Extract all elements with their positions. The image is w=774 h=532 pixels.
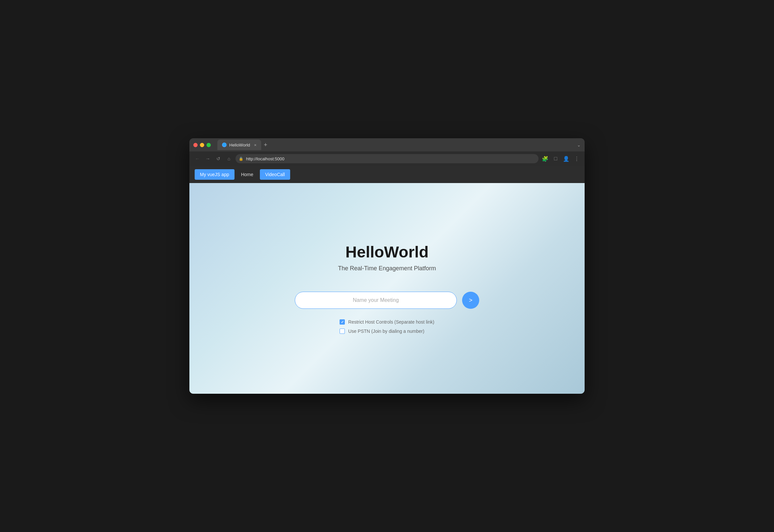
extensions-icon: 🧩 — [542, 156, 548, 162]
nav-videocall[interactable]: VideoCall — [260, 169, 290, 180]
home-icon: ⌂ — [227, 156, 230, 161]
meeting-input-row: > — [295, 292, 479, 309]
tab-title: HelloWorld — [229, 143, 250, 147]
traffic-light-maximize[interactable] — [206, 143, 211, 147]
favicon-icon: 🌐 — [222, 143, 227, 147]
nav-brand[interactable]: My vueJS app — [195, 169, 234, 180]
profile-button[interactable]: 👤 — [562, 155, 570, 163]
address-wrapper: 🔒 — [235, 154, 539, 163]
options-container: Restrict Host Controls (Separate host li… — [339, 319, 434, 334]
forward-arrow-icon: → — [205, 156, 210, 161]
use-pstn-checkbox[interactable] — [339, 329, 345, 334]
app-navbar: My vueJS app Home VideoCall — [189, 166, 585, 183]
extensions-button[interactable]: 🧩 — [541, 155, 549, 163]
use-pstn-label: Use PSTN (Join by dialing a number) — [348, 329, 424, 334]
browser-actions: 🧩 □ 👤 ⋮ — [541, 155, 581, 163]
back-button[interactable]: ← — [193, 155, 201, 163]
reload-icon: ↺ — [216, 156, 220, 161]
app-subtitle: The Real-Time Engagement Platform — [338, 265, 436, 272]
home-button[interactable]: ⌂ — [225, 155, 233, 163]
back-arrow-icon: ← — [195, 156, 200, 161]
go-button[interactable]: > — [462, 292, 479, 309]
restrict-host-checkbox[interactable] — [339, 319, 345, 325]
go-arrow-icon: > — [469, 297, 473, 304]
nav-home[interactable]: Home — [236, 169, 258, 180]
tab-bar: 🌐 HelloWorld × + — [217, 140, 574, 150]
tab-close-button[interactable]: × — [254, 143, 256, 147]
use-pstn-option[interactable]: Use PSTN (Join by dialing a number) — [339, 329, 424, 334]
reload-button[interactable]: ↺ — [214, 155, 222, 163]
browser-window: 🌐 HelloWorld × + ⌄ ← → ↺ ⌂ 🔒 🧩 — [189, 138, 585, 394]
profile-icon: 👤 — [563, 156, 570, 162]
new-tab-button[interactable]: + — [261, 142, 270, 148]
restrict-host-label: Restrict Host Controls (Separate host li… — [348, 319, 434, 325]
screenshot-icon: □ — [554, 156, 557, 162]
traffic-light-minimize[interactable] — [200, 143, 204, 147]
restrict-host-option[interactable]: Restrict Host Controls (Separate host li… — [339, 319, 434, 325]
screenshot-button[interactable]: □ — [552, 155, 560, 163]
traffic-lights — [193, 143, 211, 147]
browser-tab[interactable]: 🌐 HelloWorld × — [217, 140, 261, 150]
lock-icon: 🔒 — [239, 157, 243, 161]
forward-button[interactable]: → — [204, 155, 212, 163]
meeting-name-input[interactable] — [295, 292, 457, 309]
more-button[interactable]: ⋮ — [573, 155, 581, 163]
address-input[interactable] — [235, 154, 539, 163]
more-icon: ⋮ — [574, 156, 579, 162]
title-bar: 🌐 HelloWorld × + ⌄ — [189, 138, 585, 151]
window-dropdown[interactable]: ⌄ — [577, 143, 581, 147]
address-bar: ← → ↺ ⌂ 🔒 🧩 □ 👤 ⋮ — [189, 151, 585, 166]
main-content: HelloWorld The Real-Time Engagement Plat… — [189, 183, 585, 394]
app-title: HelloWorld — [345, 243, 429, 261]
traffic-light-close[interactable] — [193, 143, 198, 147]
